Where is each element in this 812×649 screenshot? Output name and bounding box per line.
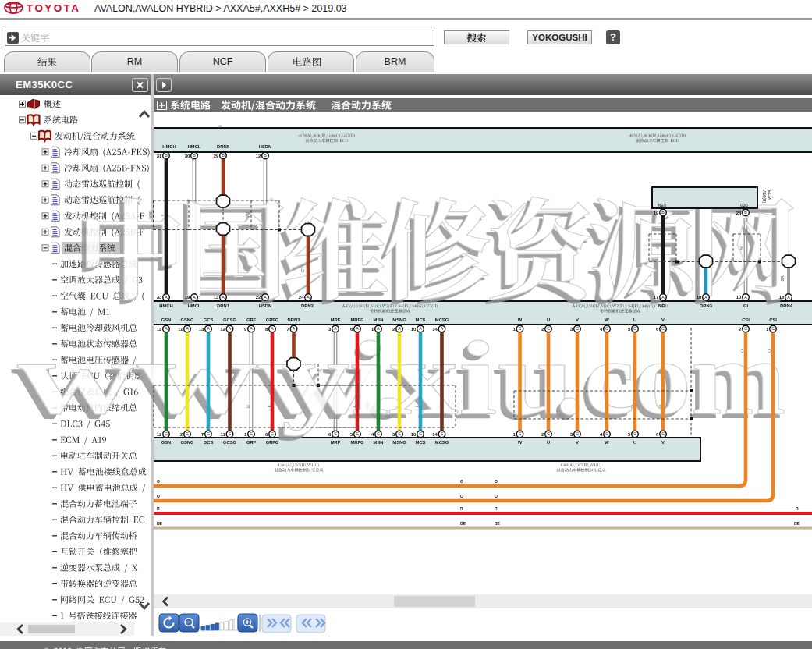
svg-text:4: 4 xyxy=(371,432,374,437)
svg-text:W: W xyxy=(518,317,523,322)
svg-text:12: 12 xyxy=(220,327,225,332)
svg-text:GR: GR xyxy=(301,267,305,273)
svg-text:C: C xyxy=(605,431,608,436)
svg-text:GCSG: GCSG xyxy=(223,440,237,445)
svg-text:24: 24 xyxy=(299,295,304,300)
svg-text:BE: BE xyxy=(495,521,501,526)
svg-text:GSN: GSN xyxy=(161,440,172,445)
svg-text:A: A xyxy=(250,326,253,331)
svg-text:HMCL: HMCL xyxy=(188,144,201,149)
svg-text:6: 6 xyxy=(656,432,659,437)
svg-text:1: 1 xyxy=(244,432,247,437)
svg-text:A: A xyxy=(186,326,189,331)
svg-text:R: R xyxy=(460,506,463,511)
svg-text:A: A xyxy=(165,326,168,331)
svg-text:1: 1 xyxy=(513,327,516,332)
svg-text:MCS: MCS xyxy=(416,440,426,445)
svg-text:U: U xyxy=(547,440,550,445)
svg-text:C: C xyxy=(519,431,522,436)
svg-text:C: C xyxy=(547,431,550,436)
svg-text:A: A xyxy=(264,295,267,300)
svg-text:17: 17 xyxy=(654,295,659,300)
svg-text:MCSG: MCSG xyxy=(435,440,449,445)
svg-text:6: 6 xyxy=(265,432,268,437)
svg-text:B: B xyxy=(744,210,747,215)
svg-text:V: V xyxy=(576,317,579,322)
svg-text:10: 10 xyxy=(411,432,417,437)
svg-text:MRFG: MRFG xyxy=(350,440,364,445)
svg-text:C: C xyxy=(771,326,775,331)
svg-text:A: A xyxy=(165,295,168,300)
svg-text:4: 4 xyxy=(600,327,603,332)
svg-text:15: 15 xyxy=(779,295,785,300)
svg-text:19: 19 xyxy=(654,211,659,215)
svg-text:C: C xyxy=(661,431,665,436)
svg-text:GR: GR xyxy=(781,275,785,282)
svg-text:A: A xyxy=(271,326,274,331)
svg-text:A: A xyxy=(193,295,196,300)
svg-text:33: 33 xyxy=(157,295,162,300)
svg-text:C: C xyxy=(744,326,747,331)
svg-text:C: C xyxy=(207,431,210,436)
svg-text:C: C xyxy=(633,326,636,331)
svg-text:O: O xyxy=(460,479,463,484)
svg-text:A: A xyxy=(222,295,225,300)
svg-text:C: C xyxy=(229,431,232,436)
svg-text:29: 29 xyxy=(214,154,219,158)
svg-text:B: B xyxy=(165,153,168,158)
svg-text:HMCH: HMCH xyxy=(159,303,172,308)
svg-text:A: A xyxy=(787,295,790,300)
svg-text:12: 12 xyxy=(256,154,261,158)
svg-text:7: 7 xyxy=(287,327,290,332)
svg-text:12: 12 xyxy=(157,432,162,437)
svg-text:DRN2: DRN2 xyxy=(301,303,314,308)
svg-text:CSI: CSI xyxy=(769,317,777,322)
svg-text:G2O: G2O xyxy=(740,204,748,207)
svg-text:B: B xyxy=(193,153,196,158)
svg-text:22: 22 xyxy=(256,295,261,300)
svg-text:C: C xyxy=(356,431,359,436)
svg-text:W: W xyxy=(518,440,523,445)
svg-text:9: 9 xyxy=(244,327,247,332)
svg-text:GSN: GSN xyxy=(161,317,172,322)
svg-text:DRN5: DRN5 xyxy=(217,144,230,149)
svg-text:U: U xyxy=(633,317,636,322)
svg-text:C: C xyxy=(441,431,444,436)
svg-text:U: U xyxy=(633,440,636,445)
svg-text:C: C xyxy=(377,431,380,436)
svg-text:MSN: MSN xyxy=(374,440,384,445)
svg-text:DRN3: DRN3 xyxy=(288,317,301,322)
svg-text:C: C xyxy=(271,431,274,436)
svg-text:GSNG: GSNG xyxy=(180,440,194,445)
svg-text:O: O xyxy=(157,479,160,484)
svg-text:3: 3 xyxy=(570,327,573,332)
svg-text:C: C xyxy=(576,431,579,436)
svg-text:C: C xyxy=(419,431,422,436)
svg-text:A: A xyxy=(307,295,310,300)
svg-text:GRF: GRF xyxy=(246,317,257,322)
svg-text:HSDN: HSDN xyxy=(259,144,271,149)
svg-text:O: O xyxy=(157,494,160,498)
svg-text:MRF: MRF xyxy=(331,440,341,445)
svg-text:C: C xyxy=(519,326,522,331)
svg-text:W: W xyxy=(605,440,609,445)
svg-text:GCS: GCS xyxy=(204,440,214,445)
svg-text:4: 4 xyxy=(600,432,603,437)
svg-text:2: 2 xyxy=(739,327,742,332)
svg-text:5: 5 xyxy=(628,327,631,332)
svg-text:18: 18 xyxy=(697,295,702,300)
svg-text:MSN: MSN xyxy=(374,317,384,322)
svg-text:13: 13 xyxy=(199,327,204,332)
svg-text:V: V xyxy=(661,440,665,445)
svg-text:1: 1 xyxy=(766,327,769,332)
svg-text:10: 10 xyxy=(411,327,417,332)
svg-text:MCSG: MCSG xyxy=(435,317,449,322)
svg-text:DRN1: DRN1 xyxy=(217,303,230,308)
svg-text:DRN3: DRN3 xyxy=(700,303,713,308)
svg-text:B: B xyxy=(661,210,665,215)
svg-text:C: C xyxy=(165,431,168,436)
svg-text:19: 19 xyxy=(185,295,190,300)
svg-text:DRN4: DRN4 xyxy=(780,303,793,308)
svg-text:A: A xyxy=(744,295,747,300)
svg-text:A: A xyxy=(293,326,296,331)
